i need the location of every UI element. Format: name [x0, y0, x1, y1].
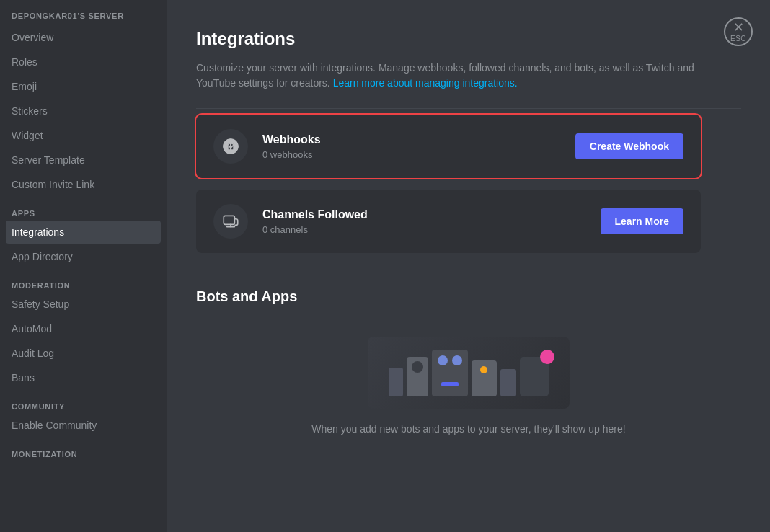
monetization-section-label: MONETIZATION: [6, 438, 161, 461]
server-name: DEPONGKAR01'S SERVER: [6, 12, 161, 26]
sidebar-item-integrations[interactable]: Integrations: [6, 221, 161, 244]
main-content: ✕ ESC Integrations Customize your server…: [167, 0, 770, 532]
webhooks-subtitle: 0 webhooks: [262, 149, 575, 160]
sidebar-item-roles[interactable]: Roles: [6, 50, 161, 74]
channels-followed-subtitle: 0 channels: [262, 224, 601, 235]
learn-more-button[interactable]: Learn More: [601, 208, 683, 234]
channels-followed-title: Channels Followed: [262, 208, 601, 221]
page-title: Integrations: [196, 29, 741, 49]
sidebar-item-emoji[interactable]: Emoji: [6, 75, 161, 98]
bots-illustration: When you add new bots and apps to your s…: [196, 322, 741, 456]
bots-image: [368, 337, 570, 409]
apps-section-label: APPS: [6, 198, 161, 221]
webhooks-icon: [213, 129, 248, 164]
channels-followed-card-info: Channels Followed 0 channels: [262, 208, 601, 235]
sidebar-item-app-directory[interactable]: App Directory: [6, 245, 161, 268]
sidebar-item-safety-setup[interactable]: Safety Setup: [6, 293, 161, 316]
sidebar-item-custom-invite-link[interactable]: Custom Invite Link: [6, 173, 161, 196]
sidebar-item-overview[interactable]: Overview: [6, 26, 161, 49]
bots-section-title: Bots and Apps: [196, 288, 741, 305]
sidebar-item-widget[interactable]: Widget: [6, 124, 161, 147]
sidebar-item-server-template[interactable]: Server Template: [6, 148, 161, 172]
channels-followed-icon: [213, 204, 248, 239]
webhooks-title: Webhooks: [262, 133, 575, 146]
divider-top: [196, 108, 741, 109]
moderation-section-label: MODERATION: [6, 270, 161, 293]
sidebar-item-audit-log[interactable]: Audit Log: [6, 342, 161, 365]
esc-label: ESC: [730, 35, 746, 43]
community-section-label: COMMUNITY: [6, 391, 161, 414]
svg-rect-1: [224, 216, 234, 224]
learn-more-integrations-link[interactable]: Learn more about managing integrations.: [333, 77, 518, 89]
webhooks-card-info: Webhooks 0 webhooks: [262, 133, 575, 160]
create-webhook-button[interactable]: Create Webhook: [575, 133, 683, 159]
sidebar-item-bans[interactable]: Bans: [6, 366, 161, 389]
close-icon: ✕: [733, 21, 744, 34]
sidebar-item-stickers[interactable]: Stickers: [6, 99, 161, 123]
sidebar-item-enable-community[interactable]: Enable Community: [6, 414, 161, 437]
channels-followed-card: Channels Followed 0 channels Learn More: [196, 190, 701, 253]
sidebar: DEPONGKAR01'S SERVER Overview Roles Emoj…: [0, 0, 167, 532]
sidebar-item-automod[interactable]: AutoMod: [6, 317, 161, 340]
close-button[interactable]: ✕ ESC: [724, 17, 753, 46]
divider-bots: [196, 265, 741, 265]
webhooks-card: Webhooks 0 webhooks Create Webhook: [196, 115, 701, 178]
page-description: Customize your server with integrations.…: [196, 61, 701, 91]
bots-empty-text: When you add new bots and apps to your s…: [311, 423, 625, 435]
